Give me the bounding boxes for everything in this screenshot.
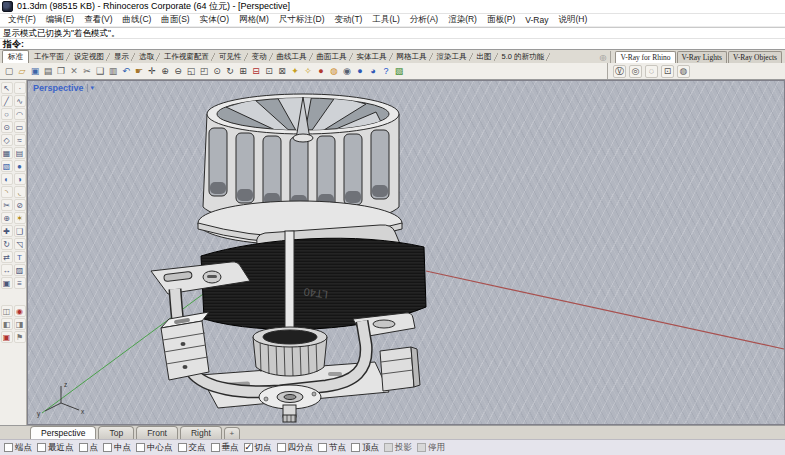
checkbox-icon[interactable] [351,443,360,452]
palette-icon-sphere[interactable]: ● [14,160,26,172]
toolbar-tab-solid-tools[interactable]: 实体工具 [352,51,392,63]
palette-icon-loft[interactable]: ▤ [14,147,26,159]
toolbar-icon-move[interactable]: ✛ [146,65,158,78]
palette-icon-layers[interactable]: ≡ [14,277,26,289]
osnap-toggle-project[interactable]: 投影 [384,442,412,454]
toolbar-tab-mesh-tools[interactable]: 网格工具 [392,51,432,63]
palette-icon-split[interactable]: ⊘ [14,199,26,211]
palette-icon-rotate[interactable]: ↻ [1,238,13,250]
osnap-toggle-tangent[interactable]: 切点 [244,442,272,454]
viewport-title[interactable]: Perspective [33,83,84,93]
palette-icon-record-history[interactable]: ◉ [14,305,26,317]
checkbox-icon[interactable] [37,443,46,452]
toolbar-icon-zoom-out[interactable]: ⊖ [172,65,184,78]
toolbar-icon-pan-view[interactable]: ☛ [133,65,145,78]
palette-icon-copy[interactable]: ❑ [14,225,26,237]
palette-icon-hatch[interactable]: ▨ [14,264,26,276]
toolbar-icon-lock-objects[interactable]: ⊠ [276,65,288,78]
toolbar-tab-select[interactable]: 选取 [134,51,159,63]
checkbox-icon[interactable] [4,443,13,452]
palette-icon-stop-render[interactable]: ▣ [1,331,13,343]
osnap-toggle-point[interactable]: 点 [79,442,99,454]
toolbar-icon-print[interactable]: ▤ [42,65,54,78]
osnap-toggle-intersection[interactable]: 交点 [178,442,206,454]
toolbar-icon-zoom-dynamic[interactable]: ⊕ [159,65,171,78]
menu-item-view[interactable]: 查看(V) [79,14,117,26]
vray-icon-vray-options[interactable]: ◍ [677,65,690,78]
osnap-toggle-center[interactable]: 中心点 [136,442,173,454]
palette-icon-group[interactable]: ▣ [1,277,13,289]
viewport-tab-right[interactable]: Right [180,426,222,439]
palette-icon-move[interactable]: ✚ [1,225,13,237]
menu-item-tools[interactable]: 工具(L) [367,14,404,26]
motor-assembly-model[interactable]: LT40 [151,94,426,422]
toolbar-tab-visibility[interactable]: 可见性 [214,51,247,63]
viewport-tab-top[interactable]: Top [98,426,134,439]
palette-icon-named-view[interactable]: ◧ [1,318,13,330]
command-prompt-row[interactable]: 指令: [0,38,785,50]
checkbox-icon[interactable] [103,443,112,452]
vray-icon-vray-material-editor[interactable]: ◎ [629,65,642,78]
palette-icon-arc[interactable]: ◠ [14,108,26,120]
checkbox-icon[interactable] [211,443,220,452]
menu-item-solid[interactable]: 实体(O) [195,14,234,26]
toolbar-icon-rendered-viewport[interactable]: ◉ [341,65,353,78]
palette-icon-point[interactable]: ∙ [14,82,26,94]
osnap-toggle-disable[interactable]: 停用 [417,442,445,454]
tab-overflow-icon[interactable]: ◎ [597,53,610,63]
toolbar-tab-cplanes[interactable]: 工作平面 [29,51,69,63]
checkbox-icon[interactable] [277,443,286,452]
palette-icon-rectangle[interactable]: ▭ [14,121,26,133]
toolbar-icon-spotlight[interactable]: ✧ [302,65,314,78]
toolbar-tab-curve-tools[interactable]: 曲线工具 [272,51,312,63]
toolbar-icon-open-file[interactable]: ▱ [16,65,28,78]
checkbox-icon[interactable] [136,443,145,452]
toolbar-icon-save-file[interactable]: ▣ [29,65,41,78]
toolbar-tab-render-tools[interactable]: 渲染工具 [432,51,472,63]
palette-icon-scale[interactable]: ◹ [14,238,26,250]
palette-icon-chamfer[interactable]: ◟ [14,186,26,198]
perspective-viewport[interactable]: Perspective ▾ [27,80,785,425]
menu-item-render[interactable]: 渲染(R) [443,14,482,26]
toolbar-icon-grasshopper[interactable]: ▧ [393,65,405,78]
toolbar-tab-set-view[interactable]: 设定视图 [69,51,109,63]
toolbar-icon-paste[interactable]: ▥ [107,65,119,78]
menu-item-help[interactable]: 说明(H) [553,14,592,26]
toolbar-icon-zoom-selected[interactable]: ⊙ [211,65,223,78]
toolbar-tab-viewport-layout[interactable]: 工作视窗配置 [159,51,214,63]
palette-icon-dimension[interactable]: ↔ [1,264,13,276]
menu-item-analyze[interactable]: 分析(A) [405,14,443,26]
menu-item-edit[interactable]: 编辑(E) [41,14,79,26]
toolbar-icon-cut[interactable]: ✂ [81,65,93,78]
checkbox-icon[interactable] [417,443,426,452]
toolbar-icon-show-objects[interactable]: ⊡ [263,65,275,78]
toolbar-icon-undo[interactable]: ↶ [120,65,132,78]
osnap-toggle-quadrant[interactable]: 四分点 [277,442,314,454]
palette-icon-boolean-union[interactable]: ◐ [1,173,13,185]
osnap-toggle-vertex[interactable]: 顶点 [351,442,379,454]
toolbar-icon-export[interactable]: ❐ [55,65,67,78]
palette-icon-box[interactable]: ▧ [1,160,13,172]
toolbar-icon-new-file[interactable]: ▢ [3,65,15,78]
checkbox-icon[interactable] [318,443,327,452]
palette-icon-ellipse[interactable]: ⊙ [1,121,13,133]
palette-icon-polyline[interactable]: ╱ [1,95,13,107]
menu-item-mesh[interactable]: 网格(M) [234,14,274,26]
osnap-toggle-perpendicular[interactable]: 垂点 [211,442,239,454]
toolbar-icon-layers-grid[interactable]: ⊞ [237,65,249,78]
checkbox-icon[interactable] [79,443,88,452]
vray-tab-vray-lights[interactable]: V-Ray Lights [677,51,727,63]
osnap-toggle-near[interactable]: 最近点 [37,442,74,454]
vray-icon-vray-frame-buffer[interactable]: ⊡ [661,65,674,78]
palette-icon-select[interactable]: ↖ [1,82,13,94]
toolbar-icon-help[interactable]: ? [380,65,392,78]
menu-item-transform[interactable]: 变动(T) [330,14,368,26]
toolbar-icon-zoom-extents[interactable]: ◰ [198,65,210,78]
toolbar-icon-copy-clipboard[interactable]: ❑ [94,65,106,78]
palette-icon-surface[interactable]: ▦ [1,147,13,159]
palette-icon-boolean-difference[interactable]: ◑ [14,173,26,185]
viewport-tab-perspective[interactable]: Perspective [30,426,96,439]
toolbar-tab-new-in-v5[interactable]: 5.0 的新功能 [497,51,550,63]
toolbar-icon-render[interactable]: ● [354,65,366,78]
palette-icon-circle[interactable]: ○ [1,108,13,120]
